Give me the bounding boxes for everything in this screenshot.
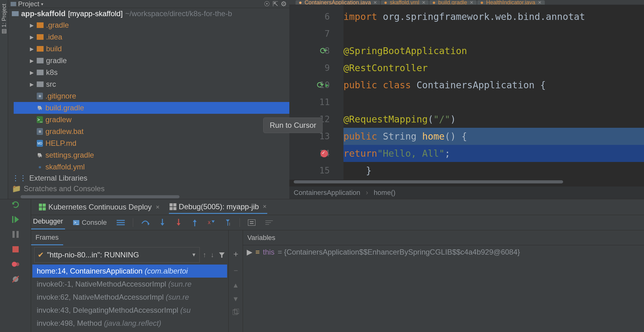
project-tool-tab[interactable]: ▤1: Project <box>0 2 8 36</box>
drop-frame-icon[interactable]: x <box>206 218 217 227</box>
new-watch-icon[interactable]: ＋ <box>232 248 240 259</box>
close-icon[interactable]: ✕ <box>538 0 542 5</box>
tree-folder[interactable]: ▶gradle <box>14 55 289 67</box>
svg-point-16 <box>16 262 19 266</box>
svg-rect-10 <box>12 216 13 223</box>
svg-marker-42 <box>219 252 225 258</box>
external-libraries[interactable]: ⋮⋮ External Libraries <box>8 173 289 183</box>
mute-breakpoints-icon[interactable] <box>10 274 21 284</box>
debug-tab-myapp-jib[interactable]: Debug(5005): myapp-jib ✕ <box>169 201 267 214</box>
svg-rect-2 <box>39 204 42 207</box>
debugger-subtab[interactable]: Debugger <box>31 216 65 229</box>
stack-frame[interactable]: invoke:498, Method (java.lang.reflect) <box>32 317 227 330</box>
svg-marker-26 <box>161 223 164 226</box>
close-icon[interactable]: ✕ <box>156 204 160 210</box>
step-over-icon[interactable] <box>139 218 151 227</box>
tree-file[interactable]: MDHELP.md <box>14 137 289 149</box>
tree-file[interactable]: ≡.gitignore <box>14 90 289 102</box>
svg-rect-7 <box>173 203 176 206</box>
expand-icon[interactable]: ▶ <box>247 248 252 256</box>
svg-rect-3 <box>43 204 46 207</box>
tree-file[interactable]: >_gradlew <box>14 114 289 126</box>
locate-icon[interactable]: ☉ <box>264 0 270 8</box>
gear-icon[interactable]: ⚙ <box>281 0 287 8</box>
threads-icon[interactable] <box>115 218 127 227</box>
stop-icon[interactable] <box>10 244 21 255</box>
svg-rect-12 <box>12 231 15 238</box>
watch-down-icon[interactable]: ▼ <box>232 295 239 303</box>
svg-rect-4 <box>39 207 42 210</box>
project-pane: Project ▾ ☉ ⇱ ⚙ app-skaffold [myapp-skaf… <box>8 0 289 199</box>
collapse-all-icon[interactable]: ⇱ <box>273 0 278 8</box>
debug-toolbar: Debugger >_ Console x I <box>31 215 644 230</box>
svg-rect-0 <box>11 2 16 6</box>
tree-file[interactable]: ≡gradlew.bat <box>14 126 289 137</box>
tree-file[interactable]: ⎈skaffold.yml <box>14 161 289 173</box>
force-step-into-icon[interactable] <box>174 218 184 228</box>
thread-selector[interactable]: ✔ "http-nio-80...in": RUNNING ▼ <box>34 247 200 263</box>
code-editor[interactable]: import org.springframework.web.bind.anno… <box>343 5 644 180</box>
prev-frame-icon[interactable]: ↑ <box>203 251 206 259</box>
debug-tab-kubernetes[interactable]: Kubernetes Continuous Deploy ✕ <box>38 201 160 213</box>
tree-folder[interactable]: ▶k8s <box>14 67 289 78</box>
step-into-icon[interactable] <box>157 218 167 228</box>
breakpoint-icon[interactable] <box>320 150 328 157</box>
stack-frame[interactable]: home:14, ContainersApplication (com.albe… <box>32 265 227 278</box>
tree-folder[interactable]: ▶build <box>14 43 289 55</box>
close-icon[interactable]: ✕ <box>373 0 377 5</box>
stack-frame[interactable]: invoke:43, DelegatingMethodAccessorImpl … <box>32 304 227 317</box>
editor-gutter[interactable]: 67⟳89⟳▶101112131415 <box>289 5 334 180</box>
close-icon[interactable]: ✕ <box>470 0 474 5</box>
stack-frame[interactable]: invoke0:-1, NativeMethodAccessorImpl (su… <box>32 278 227 291</box>
remove-watch-icon[interactable]: － <box>232 265 240 276</box>
evaluate-expression-icon[interactable] <box>246 218 257 227</box>
close-icon[interactable]: ✕ <box>422 0 426 5</box>
editor-tab[interactable]: ●HealthIndicator.java✕ <box>477 0 545 5</box>
console-subtab[interactable]: >_ Console <box>71 217 109 228</box>
editor-tab[interactable]: ●skaffold.yml✕ <box>381 0 429 5</box>
frames-pane: Frames ✔ "http-nio-80...in": RUNNING ▼ <box>31 230 229 332</box>
scratches-and-consoles[interactable]: 📁 Scratches and Consoles <box>8 183 289 194</box>
svg-text:x: x <box>208 219 211 225</box>
stack-frame[interactable]: invoke:62, NativeMethodAccessorImpl (sun… <box>32 291 227 304</box>
tree-folder[interactable]: ▶.idea <box>14 31 289 43</box>
breadcrumb[interactable]: ContainersApplication › home() <box>289 187 644 199</box>
svg-marker-28 <box>177 223 180 226</box>
svg-rect-36 <box>248 219 255 226</box>
frames-header[interactable]: Frames <box>31 230 63 245</box>
tree-file[interactable]: 🐘settings.gradle <box>14 149 289 161</box>
tree-folder[interactable]: ▶src <box>14 78 289 90</box>
tree-file[interactable]: 🐘build.gradle <box>14 102 289 114</box>
svg-rect-1 <box>12 11 19 16</box>
watch-up-icon[interactable]: ▲ <box>232 281 239 289</box>
step-out-icon[interactable] <box>190 218 200 228</box>
rerun-icon[interactable] <box>10 199 21 210</box>
svg-rect-6 <box>170 203 173 206</box>
close-icon[interactable]: ✕ <box>263 204 267 210</box>
next-frame-icon[interactable]: ↓ <box>211 251 214 259</box>
tree-folder[interactable]: ▶.gradle <box>14 19 289 31</box>
tooltip-run-to-cursor: Run to Cursor <box>263 118 323 133</box>
debug-side-toolbar <box>0 199 31 332</box>
filter-icon[interactable] <box>218 251 225 258</box>
variables-header[interactable]: Variables <box>243 230 644 245</box>
svg-rect-9 <box>173 207 176 210</box>
duplicate-watch-icon[interactable] <box>233 309 239 315</box>
trace-current-stream-chain-icon[interactable] <box>264 218 275 227</box>
svg-text:>_: >_ <box>74 220 78 225</box>
resume-icon[interactable] <box>10 214 21 225</box>
project-view-selector[interactable]: Project ▾ <box>11 0 43 8</box>
editor-horizontal-scrollbar[interactable] <box>294 180 622 185</box>
editor-tab[interactable]: ●build.gradle✕ <box>429 0 477 5</box>
run-to-cursor-icon[interactable]: I <box>223 218 233 228</box>
editor-tab[interactable]: ●ContainersApplication.java✕ <box>296 0 380 5</box>
editor-tabs: ●ContainersApplication.java✕●skaffold.ym… <box>289 0 644 5</box>
svg-marker-11 <box>15 216 19 223</box>
svg-marker-30 <box>193 219 197 222</box>
project-horizontal-scrollbar[interactable] <box>21 195 277 198</box>
variable-row[interactable]: ▶ ≡ this = {ContainersApplication$$Enhan… <box>243 245 644 259</box>
svg-rect-8 <box>170 207 173 210</box>
project-root[interactable]: app-skaffold [myapp-skaffold] ~/workspac… <box>8 8 289 19</box>
view-breakpoints-icon[interactable] <box>10 259 21 270</box>
pause-icon[interactable] <box>10 229 21 240</box>
